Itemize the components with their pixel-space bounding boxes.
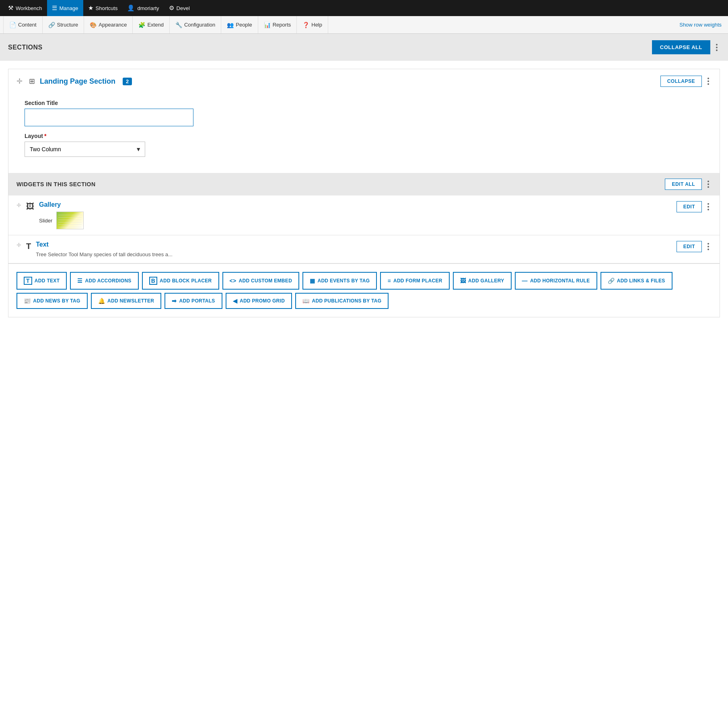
nav-workbench-label: Workbench (16, 5, 42, 11)
text-name-link[interactable]: Text (36, 241, 671, 248)
text-menu-button[interactable] (705, 242, 712, 251)
layout-select[interactable]: One Column Two Column Three Column (25, 142, 145, 157)
edit-all-button[interactable]: EDIT ALL (665, 179, 702, 190)
configuration-icon: 🔧 (175, 22, 182, 28)
nav-help[interactable]: ❓ Help (297, 16, 328, 33)
add-form-placer-button[interactable]: ≡ ADD FORM PLACER (380, 272, 449, 290)
nav-content[interactable]: 📄 Content (3, 16, 43, 33)
section-title-input[interactable] (25, 109, 193, 126)
nav-appearance[interactable]: 🎨 Appearance (84, 16, 133, 33)
widgets-menu-button[interactable] (705, 180, 712, 189)
gallery-menu-button[interactable] (705, 202, 712, 211)
top-navigation: ⚒ Workbench ☰ Manage ★ Shortcuts 👤 dmori… (0, 0, 728, 16)
add-portals-button[interactable]: ➡ ADD PORTALS (165, 293, 222, 309)
nav-manage-label: Manage (60, 5, 78, 11)
section-layout-icon: ⊞ (29, 77, 35, 86)
workbench-icon: ⚒ (8, 4, 13, 12)
text-drag-handle[interactable]: ✛ (16, 242, 21, 248)
content-icon: 📄 (9, 22, 16, 28)
add-block-placer-icon: B (149, 277, 157, 285)
nav-people-label: People (236, 22, 252, 28)
widgets-header: WIDGETS IN THIS SECTION EDIT ALL (8, 173, 720, 195)
add-publications-by-tag-icon: 📖 (302, 298, 309, 304)
sections-header-right: COLLAPSE ALL (652, 40, 720, 54)
widgets-header-right: EDIT ALL (665, 179, 712, 190)
nav-shortcuts-label: Shortcuts (96, 5, 118, 11)
layout-select-wrapper: One Column Two Column Three Column ▼ (25, 142, 145, 157)
shortcuts-icon: ★ (88, 4, 93, 12)
text-info: Text Tree Selector Tool Many species of … (36, 241, 671, 257)
section-container: ✛ ⊞ Landing Page Section 2 COLLAPSE Sect… (8, 69, 720, 317)
main-content: SECTIONS COLLAPSE ALL ✛ ⊞ Landing Page S… (0, 34, 728, 317)
nav-reports-label: Reports (273, 22, 291, 28)
add-buttons-area: T ADD TEXT ☰ ADD ACCORDIONS B ADD BLOCK … (8, 263, 720, 317)
gallery-edit-button[interactable]: EDIT (677, 201, 702, 212)
section-body: Section Title Layout* One Column Two Col… (8, 100, 720, 165)
reports-icon: 📊 (264, 22, 271, 28)
add-news-by-tag-button[interactable]: 📰 ADD NEWS BY TAG (16, 293, 88, 309)
section-actions: COLLAPSE (660, 76, 712, 87)
add-horizontal-rule-button[interactable]: — ADD HORIZONTAL RULE (515, 272, 597, 290)
add-events-by-tag-button[interactable]: ▦ ADD EVENTS BY TAG (302, 272, 377, 290)
add-newsletter-button[interactable]: 🔔 ADD NEWSLETTER (91, 293, 162, 309)
nav-workbench[interactable]: ⚒ Workbench (3, 0, 47, 16)
section-name-link[interactable]: Landing Page Section (40, 77, 115, 86)
widgets-title: WIDGETS IN THIS SECTION (16, 181, 96, 187)
collapse-section-button[interactable]: COLLAPSE (660, 76, 702, 87)
nav-devel-label: Devel (177, 5, 190, 11)
nav-content-label: Content (18, 22, 37, 28)
section-drag-handle[interactable]: ✛ (16, 77, 23, 86)
section-menu-button[interactable] (705, 77, 712, 86)
nav-extend-label: Extend (147, 22, 163, 28)
gallery-preview-label: Slider (39, 218, 52, 224)
add-block-placer-button[interactable]: B ADD BLOCK PLACER (142, 272, 219, 290)
add-promo-grid-button[interactable]: ◀ ADD PROMO GRID (226, 293, 292, 309)
help-icon: ❓ (302, 22, 309, 28)
manage-icon: ☰ (52, 4, 57, 12)
add-buttons-grid: T ADD TEXT ☰ ADD ACCORDIONS B ADD BLOCK … (16, 272, 712, 309)
add-links-files-button[interactable]: 🔗 ADD LINKS & FILES (600, 272, 672, 290)
add-text-button[interactable]: T ADD TEXT (16, 272, 67, 290)
layout-label: Layout* (25, 133, 712, 139)
add-accordions-button[interactable]: ☰ ADD ACCORDIONS (70, 272, 138, 290)
collapse-all-button[interactable]: COLLAPSE ALL (652, 40, 710, 54)
gallery-actions: EDIT (677, 201, 712, 212)
nav-structure-label: Structure (57, 22, 78, 28)
add-publications-by-tag-button[interactable]: 📖 ADD PUBLICATIONS BY TAG (295, 293, 389, 309)
nav-help-label: Help (311, 22, 322, 28)
add-news-by-tag-icon: 📰 (24, 298, 31, 304)
add-horizontal-rule-icon: — (522, 278, 528, 284)
people-icon: 👥 (227, 22, 234, 28)
sections-menu-button[interactable] (714, 43, 720, 52)
add-custom-embed-button[interactable]: <> ADD CUSTOM EMBED (222, 272, 300, 290)
nav-structure[interactable]: 🔗 Structure (43, 16, 84, 33)
user-icon: 👤 (127, 4, 135, 12)
sections-header: SECTIONS COLLAPSE ALL (0, 34, 728, 61)
gallery-widget-icon: 🖼 (26, 202, 34, 211)
nav-devel[interactable]: ⚙ Devel (164, 0, 195, 16)
text-widget-icon: T (26, 242, 31, 251)
add-links-files-icon: 🔗 (608, 278, 615, 284)
nav-dmoriarty[interactable]: 👤 dmoriarty (122, 0, 164, 16)
text-actions: EDIT (677, 241, 712, 252)
devel-icon: ⚙ (169, 4, 174, 12)
nav-extend[interactable]: 🧩 Extend (133, 16, 169, 33)
add-text-icon: T (24, 277, 32, 285)
appearance-icon: 🎨 (90, 22, 97, 28)
show-row-weights-link[interactable]: Show row weights (679, 22, 725, 28)
nav-configuration[interactable]: 🔧 Configuration (170, 16, 221, 33)
widget-item-gallery: ✛ 🖼 Gallery Slider EDIT (8, 195, 720, 235)
extend-icon: 🧩 (138, 22, 145, 28)
required-indicator: * (44, 133, 46, 139)
nav-shortcuts[interactable]: ★ Shortcuts (83, 0, 123, 16)
nav-reports[interactable]: 📊 Reports (258, 16, 297, 33)
nav-manage[interactable]: ☰ Manage (47, 0, 83, 16)
nav-dmoriarty-label: dmoriarty (137, 5, 159, 11)
add-custom-embed-icon: <> (230, 278, 236, 284)
text-edit-button[interactable]: EDIT (677, 241, 702, 252)
nav-people[interactable]: 👥 People (221, 16, 258, 33)
gallery-drag-handle[interactable]: ✛ (16, 202, 21, 208)
gallery-name-link[interactable]: Gallery (39, 201, 672, 208)
add-gallery-button[interactable]: 🖼 ADD GALLERY (453, 272, 512, 290)
add-portals-icon: ➡ (172, 298, 177, 304)
